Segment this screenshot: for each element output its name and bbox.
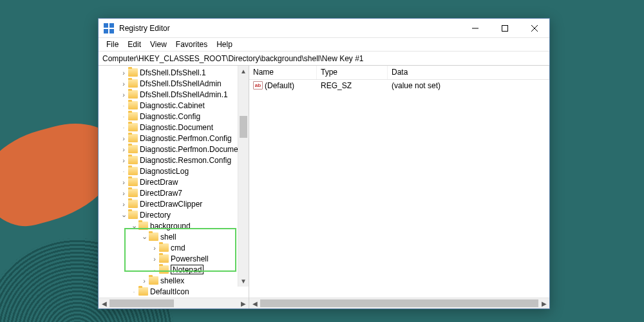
chevron-right-icon[interactable]: › (119, 189, 128, 197)
tree-node-label: DfsShell.DfsShellAdmin.1 (140, 90, 228, 99)
folder-icon (128, 101, 138, 109)
chevron-right-icon[interactable]: › (119, 178, 128, 186)
tree-node-label: Diagnostic.Config (140, 112, 200, 121)
menu-view[interactable]: View (146, 39, 171, 50)
col-name[interactable]: Name (249, 66, 317, 79)
chevron-right-icon[interactable]: › (119, 200, 128, 208)
folder-icon (159, 243, 169, 252)
tree-vscroll-thumb[interactable] (240, 116, 247, 138)
folder-icon (128, 189, 138, 197)
tree-hscrollbar[interactable]: ◀ ▶ (99, 298, 249, 308)
tree-dash-icon: · (119, 102, 128, 109)
tree-dash-icon: · (119, 167, 128, 175)
tree-node[interactable]: ›Diagnostic.Resmon.Config (99, 155, 245, 166)
tree-node-label: DirectDraw (140, 178, 178, 187)
tree-node[interactable]: ·Diagnostic.Config (99, 111, 245, 122)
menu-file[interactable]: File (102, 39, 122, 50)
chevron-right-icon[interactable]: › (140, 277, 149, 285)
chevron-right-icon[interactable]: › (119, 91, 128, 99)
folder-icon (128, 68, 138, 77)
chevron-right-icon[interactable]: › (119, 135, 128, 142)
values-hscroll-thumb[interactable] (260, 299, 538, 307)
chevron-right-icon[interactable]: › (150, 244, 159, 252)
tree-node[interactable]: ›DirectDraw7 (99, 187, 245, 198)
tree-dash-icon: · (150, 266, 159, 274)
tree-node[interactable]: ⌄background (99, 220, 245, 231)
registry-editor-window: Registry Editor File Edit View Favorites… (98, 18, 550, 309)
address-input[interactable] (101, 53, 547, 64)
menu-help[interactable]: Help (213, 39, 236, 50)
tree-node[interactable]: ›Diagnostic.Perfmon.Document (99, 144, 245, 155)
tree-hscroll-thumb[interactable] (109, 299, 174, 307)
tree-node-label: Diagnostic.Cabinet (140, 101, 205, 110)
scroll-left-icon[interactable]: ◀ (99, 298, 109, 309)
tree-node[interactable]: ⌄shell (99, 231, 245, 242)
chevron-down-icon[interactable]: ⌄ (119, 211, 128, 219)
folder-icon (128, 112, 138, 120)
scroll-left-icon[interactable]: ◀ (249, 298, 260, 309)
col-type[interactable]: Type (317, 66, 388, 79)
scroll-right-icon[interactable]: ▶ (238, 298, 249, 309)
tree-node[interactable]: ›shellex (99, 275, 245, 286)
close-button[interactable] (520, 19, 549, 38)
tree-node[interactable]: ›DfsShell.DfsShellAdmin.1 (99, 89, 245, 100)
titlebar[interactable]: Registry Editor (99, 19, 549, 38)
tree-vscrollbar[interactable]: ▲ ▼ (238, 66, 249, 287)
values-list[interactable]: ab(Default)REG_SZ(value not set) (249, 80, 549, 298)
chevron-right-icon[interactable]: › (119, 69, 128, 77)
tree-node[interactable]: ·DefaultIcon (99, 286, 245, 297)
folder-icon (149, 276, 158, 285)
tree-node-label: DfsShell.DfsShellAdmin (140, 79, 222, 88)
tree-node-label: background (150, 222, 191, 231)
scroll-right-icon[interactable]: ▶ (538, 298, 549, 309)
tree-node-label: cmd (171, 243, 185, 252)
chevron-down-icon[interactable]: ⌄ (129, 222, 138, 230)
tree-node[interactable]: ›DfsShell.DfsShell.1 (99, 67, 245, 78)
tree-dash-icon: · (129, 288, 138, 296)
tree-node-label: shell (160, 232, 176, 242)
menu-favorites[interactable]: Favorites (172, 39, 211, 50)
scroll-up-icon[interactable]: ▲ (238, 66, 249, 77)
tree-node-rename-input[interactable]: Notepad (171, 265, 204, 274)
minimize-button[interactable] (460, 19, 490, 38)
tree-node[interactable]: ›DirectDrawClipper (99, 198, 245, 209)
tree-node-label: DfsShell.DfsShell.1 (140, 68, 206, 77)
menu-edit[interactable]: Edit (124, 39, 145, 50)
tree-node[interactable]: ·DiagnosticLog (99, 166, 245, 176)
tree-pane: ›DfsShell.DfsShell.1›DfsShell.DfsShellAd… (99, 66, 249, 308)
chevron-right-icon[interactable]: › (150, 255, 159, 263)
tree-node-label: DirectDraw7 (140, 189, 182, 198)
values-hscrollbar[interactable]: ◀ ▶ (249, 298, 549, 308)
tree-node[interactable]: ⌄Directory (99, 209, 245, 220)
folder-icon (128, 79, 138, 88)
folder-icon (128, 178, 138, 186)
folder-icon (128, 211, 138, 219)
tree-node[interactable]: ›DirectDraw (99, 176, 245, 187)
app-icon (104, 23, 114, 33)
tree-node[interactable]: ›Diagnostic.Perfmon.Config (99, 133, 245, 144)
tree-node[interactable]: ›Powershell (99, 253, 245, 264)
tree-node-label: DefaultIcon (150, 287, 189, 296)
tree-node-label: Directory (140, 211, 171, 220)
folder-icon (159, 254, 169, 263)
tree-node[interactable]: ·Diagnostic.Cabinet (99, 100, 245, 111)
tree-node[interactable]: ›DfsShell.DfsShellAdmin (99, 78, 245, 89)
chevron-down-icon[interactable]: ⌄ (140, 232, 149, 241)
scroll-down-icon[interactable]: ▼ (238, 276, 249, 287)
tree-node-label: DiagnosticLog (140, 167, 189, 176)
tree-node[interactable]: ·Notepad (99, 264, 245, 275)
tree-node[interactable]: ·Diagnostic.Document (99, 122, 245, 133)
tree-scroll[interactable]: ›DfsShell.DfsShell.1›DfsShell.DfsShellAd… (99, 66, 249, 298)
menubar: File Edit View Favorites Help (99, 38, 549, 52)
chevron-right-icon[interactable]: › (119, 146, 128, 153)
tree-dash-icon: · (119, 124, 128, 131)
folder-icon (149, 232, 158, 241)
minimize-icon (472, 25, 478, 32)
tree-node[interactable]: ›cmd (99, 242, 245, 253)
address-bar (99, 52, 549, 66)
col-data[interactable]: Data (388, 66, 549, 79)
value-row[interactable]: ab(Default)REG_SZ(value not set) (249, 80, 549, 91)
chevron-right-icon[interactable]: › (119, 156, 128, 164)
chevron-right-icon[interactable]: › (119, 80, 128, 88)
maximize-button[interactable] (490, 19, 520, 38)
